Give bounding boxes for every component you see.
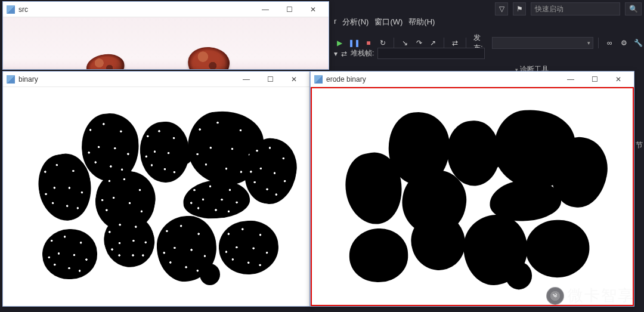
link-icon[interactable]: ∞ — [603, 37, 615, 49]
window-title: src — [18, 5, 28, 14]
search-icon[interactable]: 🔍 — [625, 2, 642, 16]
blob — [182, 178, 251, 221]
app-icon — [7, 5, 15, 14]
window-src: src — ☐ ✕ — [2, 1, 329, 70]
blob — [200, 264, 220, 285]
titlebar[interactable]: binary — ☐ ✕ — [3, 72, 309, 87]
minimize-button[interactable]: — — [253, 2, 277, 17]
blob — [506, 262, 532, 290]
minimize-button[interactable]: — — [234, 72, 258, 87]
menu-window[interactable]: 窗口(W) — [374, 17, 402, 27]
ide-stackframe-row: ▾ ⇄ 堆栈帧: — [334, 48, 485, 59]
close-button[interactable]: ✕ — [606, 72, 630, 87]
step-out-icon[interactable]: ↗ — [427, 37, 439, 49]
erode-image-view — [311, 87, 634, 306]
maximize-button[interactable]: ☐ — [258, 72, 282, 87]
close-button[interactable]: ✕ — [301, 2, 325, 17]
blob — [524, 218, 591, 280]
src-image-view — [3, 17, 329, 69]
separator — [466, 38, 466, 48]
separator — [598, 38, 599, 48]
gear-icon[interactable]: ⚙ — [618, 37, 630, 49]
minimize-button[interactable]: — — [559, 72, 583, 87]
window-binary: binary — ☐ ✕ — [2, 71, 310, 307]
swap-icon[interactable]: ⇄ — [449, 37, 461, 49]
watermark: ༄ 微卡智享 — [546, 285, 634, 306]
blob — [348, 227, 409, 283]
ide-top-right: ▽ ⚑ 快速启动 🔍 — [495, 2, 642, 16]
separator — [394, 38, 394, 48]
flag-icon[interactable]: ⚑ — [513, 2, 526, 16]
swap-icon[interactable]: ⇄ — [341, 50, 347, 58]
menu-help[interactable]: 帮助(H) — [408, 17, 435, 27]
stop-icon[interactable]: ■ — [363, 37, 374, 49]
maximize-button[interactable]: ☐ — [277, 2, 301, 17]
close-button[interactable]: ✕ — [282, 72, 306, 87]
separator — [444, 38, 444, 48]
side-panel-label[interactable]: 节 — [636, 140, 643, 150]
step-into-icon[interactable]: ↘ — [399, 37, 411, 49]
filter-icon[interactable]: ▽ — [495, 2, 508, 16]
menu-truncated[interactable]: r — [334, 17, 336, 27]
chevron-down-icon[interactable]: ▾ — [334, 50, 338, 58]
app-icon — [7, 75, 15, 84]
blob — [42, 228, 98, 280]
stackframe-combo[interactable] — [377, 48, 485, 59]
ide-menu-bar: r 分析(N) 窗口(W) 帮助(H) — [334, 17, 435, 27]
app-icon — [314, 75, 323, 84]
pause-icon[interactable]: ❚❚ — [348, 37, 360, 49]
publish-combo[interactable]: ▾ — [492, 37, 593, 49]
stackframe-label: 堆栈帧: — [351, 48, 374, 58]
watermark-text: 微卡智享 — [568, 285, 634, 306]
maximize-button[interactable]: ☐ — [583, 72, 606, 87]
window-erode-binary: erode binary — ☐ ✕ — [310, 71, 634, 307]
titlebar[interactable]: src — ☐ ✕ — [3, 2, 329, 17]
titlebar[interactable]: erode binary — ☐ ✕ — [311, 72, 634, 87]
wechat-icon: ༄ — [546, 287, 564, 305]
quick-launch-input[interactable]: 快速启动 — [531, 2, 620, 16]
blob — [217, 219, 280, 277]
restart-icon[interactable]: ↻ — [377, 37, 389, 49]
menu-analysis[interactable]: 分析(N) — [342, 17, 369, 27]
step-over-icon[interactable]: ↷ — [413, 37, 425, 49]
window-title: erode binary — [326, 75, 366, 84]
window-title: binary — [18, 75, 38, 84]
wrench-icon[interactable]: 🔧 — [632, 37, 644, 49]
binary-image-view — [3, 87, 309, 306]
chevron-down-icon: ▾ — [587, 40, 590, 46]
continue-icon[interactable]: ▶ — [334, 37, 346, 49]
